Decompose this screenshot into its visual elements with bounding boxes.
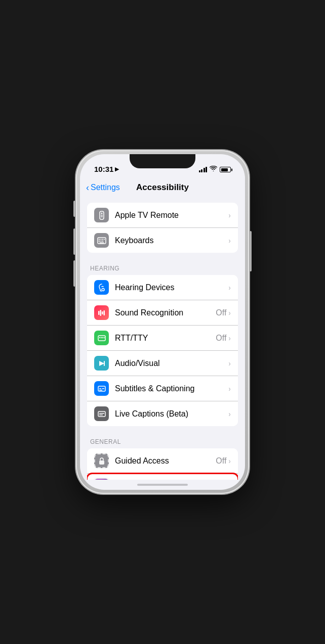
phone-frame: 10:31 ▶ [76,150,249,494]
rtt-tty-icon [94,331,109,345]
svg-rect-6 [100,239,101,240]
chevron-icon: › [228,359,231,367]
svg-rect-27 [99,390,102,391]
hearing-section-header: HEARING [80,257,245,275]
wifi-icon [210,166,217,173]
apple-tv-remote-label: Apple TV Remote [115,211,228,220]
subtitles-captioning-label: Subtitles & Captioning [115,384,228,393]
svg-rect-29 [98,411,105,417]
chevron-icon: › [228,334,231,342]
mute-button[interactable] [73,201,75,217]
general-section-header: GENERAL [80,430,245,448]
svg-rect-9 [99,241,100,242]
svg-rect-12 [99,242,104,243]
hearing-devices-label: Hearing Devices [115,283,228,292]
svg-rect-17 [103,310,105,315]
phone-screen: 10:31 ▶ [80,154,245,490]
live-captions-item[interactable]: Live Captions (Beta) › [87,401,238,426]
guided-access-value: Off [216,456,226,466]
audio-visual-item[interactable]: Audio/Visual › [87,351,238,376]
chevron-icon: › [228,211,231,219]
keyboards-label: Keyboards [115,236,228,245]
svg-rect-21 [102,337,103,338]
live-captions-icon [94,406,109,421]
guided-access-icon [94,453,109,468]
subtitles-captioning-icon [94,381,109,396]
svg-rect-7 [102,239,103,240]
siri-item[interactable]: Siri › [87,474,238,480]
home-indicator[interactable] [80,480,245,490]
rtt-tty-item[interactable]: RTT/TTY Off › [87,326,238,351]
power-button[interactable] [250,231,252,271]
svg-rect-3 [101,216,103,217]
svg-point-1 [101,212,102,214]
rtt-tty-label: RTT/TTY [115,334,216,343]
svg-rect-30 [99,413,104,414]
sound-recognition-value: Off [216,308,226,317]
svg-rect-32 [99,461,104,465]
back-button[interactable]: ‹ Settings [86,182,120,193]
content-area: Apple TV Remote › [80,199,245,480]
svg-rect-16 [102,311,103,314]
keyboards-icon [94,233,109,248]
notch [130,154,195,168]
live-captions-label: Live Captions (Beta) [115,409,228,419]
interaction-section: Apple TV Remote › [87,203,238,253]
location-icon: ▶ [115,166,119,172]
guided-access-item[interactable]: Guided Access Off › [87,448,238,474]
volume-down-button[interactable] [73,260,75,287]
chevron-icon: › [228,237,231,245]
siri-icon [94,479,109,480]
volume-up-button[interactable] [73,228,75,255]
status-time: 10:31 [94,165,113,173]
svg-rect-5 [99,239,100,240]
sound-recognition-icon [94,305,109,320]
sound-recognition-label: Sound Recognition [115,308,216,317]
guided-access-label: Guided Access [115,456,216,466]
hearing-devices-item[interactable]: Hearing Devices › [87,275,238,300]
svg-rect-31 [99,415,103,416]
svg-rect-20 [101,337,102,338]
hearing-devices-icon [94,280,109,295]
svg-marker-23 [99,361,104,366]
signal-icon [199,167,208,172]
battery-icon [220,167,231,172]
status-icons [199,166,231,173]
list-item[interactable]: Keyboards › [87,228,238,253]
svg-rect-8 [104,239,105,240]
chevron-icon: › [228,410,231,418]
svg-rect-28 [102,388,104,389]
sound-recognition-item[interactable]: Sound Recognition Off › [87,300,238,326]
svg-rect-22 [104,337,105,338]
list-item[interactable]: Apple TV Remote › [87,203,238,228]
svg-rect-10 [100,241,101,242]
audio-visual-label: Audio/Visual [115,359,228,368]
rtt-tty-value: Off [216,334,226,343]
nav-bar: ‹ Settings Accessibility [80,176,245,199]
svg-rect-24 [104,361,105,366]
svg-rect-2 [101,215,103,216]
svg-rect-14 [98,311,100,315]
chevron-icon: › [228,284,231,292]
home-bar [137,484,188,486]
page-title: Accessibility [136,182,189,193]
svg-rect-15 [100,310,101,316]
hearing-section: Hearing Devices › Sound Recognition [87,275,238,426]
chevron-icon: › [228,309,231,317]
audio-visual-icon [94,356,109,371]
back-label: Settings [91,183,120,192]
chevron-icon: › [228,457,231,465]
general-section: Guided Access Off › [87,448,238,480]
subtitles-captioning-item[interactable]: Subtitles & Captioning › [87,376,238,401]
svg-point-13 [102,288,104,291]
svg-rect-19 [99,337,100,338]
apple-tv-remote-icon [94,208,109,222]
chevron-icon: › [228,385,231,393]
svg-rect-11 [102,241,103,242]
svg-rect-26 [99,388,101,389]
